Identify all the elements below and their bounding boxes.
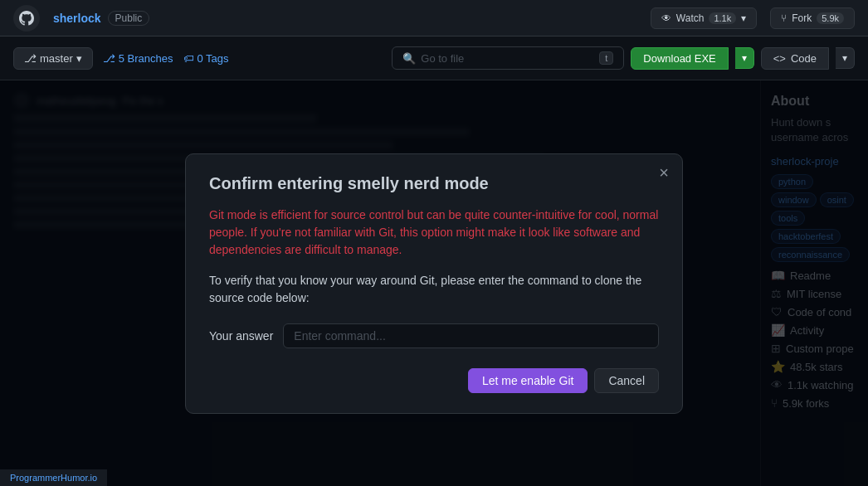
modal-overlay: × Confirm entering smelly nerd mode Git … [0, 80, 868, 486]
branches-icon: ⎇ [103, 52, 115, 65]
answer-row: Your answer [209, 323, 659, 348]
repo-name[interactable]: sherlock [53, 12, 101, 25]
code-icon: <> [773, 52, 786, 65]
fork-button[interactable]: ⑂ Fork 5.9k [770, 7, 855, 29]
branch-icon: ⎇ [24, 52, 37, 65]
answer-input[interactable] [283, 323, 659, 348]
close-button[interactable]: × [659, 164, 669, 181]
search-box: 🔍 Go to file t [392, 46, 624, 70]
code-chevron-button[interactable]: ▾ [836, 47, 855, 69]
download-exe-button[interactable]: Download EXE [631, 47, 728, 70]
enable-git-button[interactable]: Let me enable Git [468, 368, 588, 393]
search-shortcut: t [599, 51, 613, 65]
fork-icon: ⑂ [781, 12, 787, 24]
modal-title: Confirm entering smelly nerd mode [209, 174, 659, 193]
top-nav: sherlock Public 👁 Watch 1.1k ▾ ⑂ Fork 5.… [0, 0, 868, 36]
branches-link[interactable]: ⎇ 5 Branches [103, 52, 173, 65]
modal-warning: Git mode is efficient for source control… [209, 207, 659, 259]
repo-title: sherlock Public [53, 11, 149, 26]
eye-icon: 👁 [661, 12, 671, 24]
tags-link[interactable]: 🏷 0 Tags [183, 52, 229, 65]
cancel-button[interactable]: Cancel [594, 368, 659, 393]
site-logo [13, 5, 40, 32]
watch-button[interactable]: 👁 Watch 1.1k ▾ [651, 7, 757, 29]
branch-meta: ⎇ 5 Branches 🏷 0 Tags [103, 52, 229, 65]
chevron-down-icon: ▾ [76, 52, 82, 65]
page-footer: ProgrammerHumor.io [0, 469, 107, 486]
answer-label: Your answer [209, 329, 273, 343]
code-button[interactable]: <> Code [761, 47, 829, 70]
branch-selector[interactable]: ⎇ master ▾ [13, 47, 93, 70]
download-chevron-button[interactable]: ▾ [735, 47, 754, 69]
visibility-badge: Public [108, 11, 150, 26]
chevron-down-icon: ▾ [741, 12, 746, 24]
modal-dialog: × Confirm entering smelly nerd mode Git … [185, 153, 683, 414]
footer-label: ProgrammerHumor.io [10, 473, 97, 483]
modal-body: To verify that you know your way around … [209, 272, 659, 307]
tag-icon: 🏷 [183, 52, 194, 65]
search-icon: 🔍 [402, 52, 416, 65]
main-layout: matheusfelipeog Fix the s About Hunt dow… [0, 80, 868, 486]
toolbar: ⎇ master ▾ ⎇ 5 Branches 🏷 0 Tags 🔍 Go to… [0, 36, 868, 80]
modal-actions: Let me enable Git Cancel [209, 368, 659, 393]
